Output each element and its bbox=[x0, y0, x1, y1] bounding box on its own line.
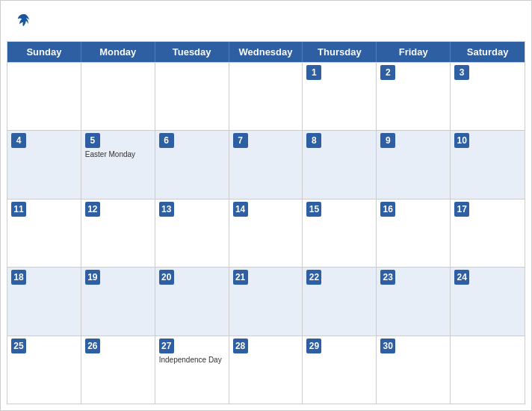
calendar-cell bbox=[451, 336, 525, 404]
cell-date-number: 4 bbox=[11, 133, 26, 148]
cell-event: Easter Monday bbox=[85, 149, 151, 159]
calendar-cell bbox=[155, 63, 229, 130]
calendar-cell: 12 bbox=[81, 200, 155, 267]
cell-date-number: 25 bbox=[11, 339, 26, 353]
calendar-cell: 24 bbox=[451, 268, 525, 335]
cell-event: Independence Day bbox=[159, 355, 225, 365]
week-row: 18192021222324 bbox=[7, 267, 525, 335]
cell-date-number: 24 bbox=[454, 270, 469, 285]
cell-date-number: 13 bbox=[159, 202, 174, 217]
cell-date-number: 23 bbox=[380, 270, 395, 285]
cell-date-number: 10 bbox=[454, 133, 469, 148]
calendar-cell: 2 bbox=[377, 63, 451, 130]
week-row: 11121314151617 bbox=[7, 199, 525, 267]
calendar-cell: 17 bbox=[451, 200, 525, 267]
calendar-cell: 5Easter Monday bbox=[81, 131, 155, 198]
cell-date-number: 9 bbox=[380, 133, 395, 148]
cell-date-number: 18 bbox=[11, 270, 26, 285]
calendar-cell: 4 bbox=[7, 131, 81, 198]
cell-date-number: 19 bbox=[85, 270, 100, 285]
calendar-cell: 25 bbox=[7, 336, 81, 404]
cell-date-number: 15 bbox=[306, 202, 321, 217]
calendar-cell: 8 bbox=[303, 131, 377, 198]
logo bbox=[13, 13, 32, 29]
week-row: 45Easter Monday678910 bbox=[7, 130, 525, 198]
cell-date-number: 28 bbox=[233, 339, 248, 353]
cell-date-number: 26 bbox=[85, 339, 100, 353]
calendar-cell: 14 bbox=[229, 200, 303, 267]
header-saturday: Saturday bbox=[451, 42, 525, 62]
calendar-cell: 22 bbox=[303, 268, 377, 335]
header-sunday: Sunday bbox=[7, 42, 81, 62]
calendar-cell bbox=[7, 63, 81, 130]
calendar-cell: 18 bbox=[7, 268, 81, 335]
calendar-cell: 1 bbox=[303, 63, 377, 130]
calendar-cell: 9 bbox=[377, 131, 451, 198]
calendar-cell: 15 bbox=[303, 200, 377, 267]
cell-date-number: 27 bbox=[159, 339, 174, 353]
week-row: 123 bbox=[7, 62, 525, 130]
calendar-cell: 13 bbox=[155, 200, 229, 267]
calendar-cell: 21 bbox=[229, 268, 303, 335]
header-wednesday: Wednesday bbox=[229, 42, 303, 62]
header-thursday: Thursday bbox=[303, 42, 377, 62]
cell-date-number: 14 bbox=[233, 202, 248, 217]
calendar-cell: 23 bbox=[377, 268, 451, 335]
calendar-cell: 26 bbox=[81, 336, 155, 404]
cell-date-number: 29 bbox=[306, 339, 321, 353]
calendar-cell: 3 bbox=[451, 63, 525, 130]
calendar-cell bbox=[81, 63, 155, 130]
calendar-cell bbox=[229, 63, 303, 130]
calendar: Sunday Monday Tuesday Wednesday Thursday… bbox=[7, 41, 525, 404]
header bbox=[1, 1, 531, 41]
calendar-cell: 16 bbox=[377, 200, 451, 267]
cell-date-number: 20 bbox=[159, 270, 174, 285]
weeks: 12345Easter Monday6789101112131415161718… bbox=[7, 62, 525, 404]
cell-date-number: 12 bbox=[85, 202, 100, 217]
page: Sunday Monday Tuesday Wednesday Thursday… bbox=[0, 0, 532, 411]
cell-date-number: 17 bbox=[454, 202, 469, 217]
cell-date-number: 6 bbox=[159, 133, 174, 148]
calendar-cell: 11 bbox=[7, 200, 81, 267]
calendar-cell: 6 bbox=[155, 131, 229, 198]
week-row: 252627Independence Day282930 bbox=[7, 336, 525, 404]
cell-date-number: 11 bbox=[11, 202, 26, 217]
calendar-cell: 28 bbox=[229, 336, 303, 404]
cell-date-number: 5 bbox=[85, 133, 100, 148]
calendar-cell: 30 bbox=[377, 336, 451, 404]
cell-date-number: 1 bbox=[306, 65, 321, 80]
calendar-cell: 19 bbox=[81, 268, 155, 335]
header-monday: Monday bbox=[81, 42, 155, 62]
logo-bird-icon bbox=[16, 13, 32, 29]
calendar-cell: 29 bbox=[303, 336, 377, 404]
cell-date-number: 21 bbox=[233, 270, 248, 285]
header-tuesday: Tuesday bbox=[155, 42, 229, 62]
calendar-cell: 7 bbox=[229, 131, 303, 198]
calendar-cell: 20 bbox=[155, 268, 229, 335]
header-friday: Friday bbox=[377, 42, 451, 62]
cell-date-number: 8 bbox=[306, 133, 321, 148]
calendar-cell: 10 bbox=[451, 131, 525, 198]
cell-date-number: 7 bbox=[233, 133, 248, 148]
cell-date-number: 22 bbox=[306, 270, 321, 285]
cell-date-number: 2 bbox=[380, 65, 395, 80]
calendar-cell: 27Independence Day bbox=[155, 336, 229, 404]
cell-date-number: 16 bbox=[380, 202, 395, 217]
cell-date-number: 3 bbox=[454, 65, 469, 80]
day-headers: Sunday Monday Tuesday Wednesday Thursday… bbox=[7, 42, 525, 62]
cell-date-number: 30 bbox=[380, 339, 395, 353]
